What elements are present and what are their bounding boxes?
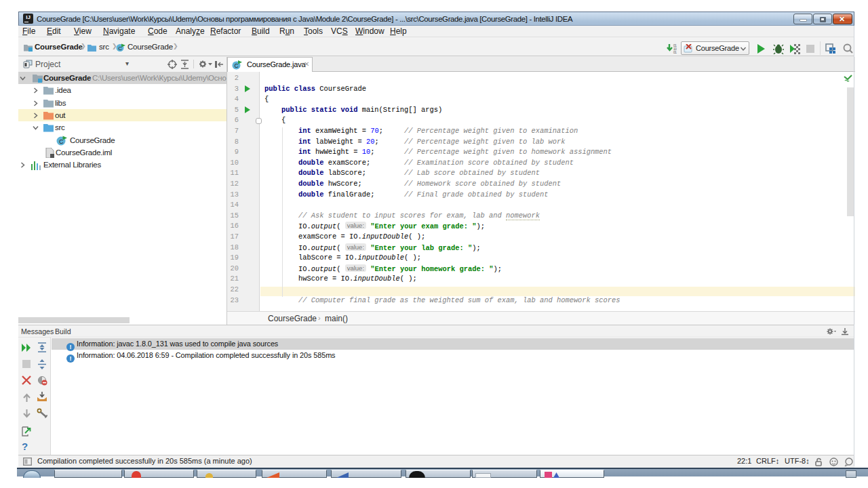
svg-text:C: C [235,62,239,69]
svg-text:01: 01 [673,51,677,54]
